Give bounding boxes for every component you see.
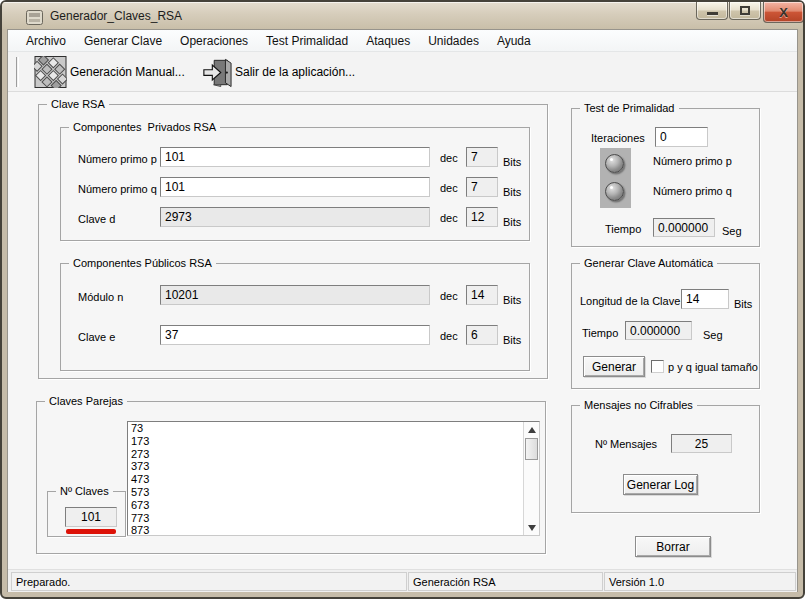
- list-item[interactable]: 773: [128, 512, 523, 525]
- iteraciones-input[interactable]: [655, 127, 708, 147]
- primo-q-bits: 7: [466, 177, 498, 197]
- status-version: Versión 1.0: [604, 572, 796, 591]
- clave-d-bits: 12: [466, 207, 498, 227]
- num-mensajes-label: Nº Mensajes: [595, 438, 657, 450]
- primo-p-bits-unit: Bits: [503, 156, 521, 168]
- primo-p-base: dec: [440, 152, 458, 164]
- num-claves-red-underline: [66, 529, 116, 534]
- scroll-down-button[interactable]: [524, 520, 539, 535]
- list-item[interactable]: 273: [128, 448, 523, 461]
- client-area: Clave RSA Componentes Privados RSA Númer…: [8, 92, 797, 569]
- status-message: Preparado.: [11, 572, 407, 591]
- close-button[interactable]: X: [763, 2, 804, 23]
- minimize-icon: [707, 12, 718, 15]
- iteraciones-label: Iteraciones: [591, 132, 645, 144]
- longitud-label: Longitud de la Clave: [580, 295, 680, 307]
- primo-q-indicator-led: [605, 182, 624, 201]
- list-item[interactable]: 73: [128, 422, 523, 435]
- generacion-manual-label: Generación Manual...: [70, 65, 185, 79]
- list-item[interactable]: 873: [128, 524, 523, 535]
- modulo-n-bits-unit: Bits: [503, 294, 521, 306]
- clave-e-base: dec: [440, 330, 458, 342]
- maximize-icon: [740, 6, 750, 15]
- group-claves-parejas-label: Claves Parejas: [45, 395, 127, 407]
- clave-d-bits-unit: Bits: [503, 216, 521, 228]
- auto-tiempo-unit: Seg: [703, 329, 723, 341]
- menu-bar: Archivo Generar Clave Operaciones Test P…: [8, 30, 797, 52]
- longitud-unit: Bits: [734, 298, 752, 310]
- group-mensajes-label: Mensajes no Cifrables: [580, 399, 697, 411]
- keyboard-icon: [34, 56, 67, 88]
- menu-unidades[interactable]: Unidades: [419, 31, 488, 51]
- longitud-input[interactable]: [681, 289, 729, 309]
- clave-d-value: 2973: [160, 207, 430, 227]
- group-privados-label: Componentes Privados RSA: [69, 121, 220, 133]
- auto-tiempo-label: Tiempo: [582, 327, 618, 339]
- group-test-primalidad-label: Test de Primalidad: [580, 102, 679, 114]
- primo-p-input[interactable]: [160, 147, 430, 167]
- status-bar: Preparado. Generación RSA Versión 1.0: [8, 569, 797, 592]
- list-item[interactable]: 173: [128, 435, 523, 448]
- list-item[interactable]: 673: [128, 499, 523, 512]
- modulo-n-base: dec: [440, 290, 458, 302]
- menu-ayuda[interactable]: Ayuda: [488, 31, 540, 51]
- group-num-claves-label: Nº Claves: [56, 485, 113, 497]
- list-scrollbar[interactable]: [523, 422, 539, 535]
- modulo-n-label: Módulo n: [78, 291, 123, 303]
- scrollbar-thumb[interactable]: [525, 438, 538, 460]
- salir-aplicacion-button[interactable]: Salir de la aplicación...: [198, 54, 359, 90]
- menu-test-primalidad[interactable]: Test Primalidad: [257, 31, 357, 51]
- modulo-n-bits: 14: [466, 285, 498, 305]
- claves-parejas-items: 73 173 273 373 473 573 673 773 873: [128, 422, 523, 535]
- menu-ataques[interactable]: Ataques: [357, 31, 419, 51]
- arrow-up-icon: [528, 427, 536, 433]
- clave-e-bits: 6: [466, 325, 498, 345]
- num-mensajes-value: 25: [671, 434, 732, 453]
- generacion-manual-button[interactable]: Generación Manual...: [30, 54, 189, 90]
- generar-log-button[interactable]: Generar Log: [623, 474, 698, 495]
- pq-igual-label: p y q igual tamaño: [668, 361, 758, 373]
- primo-p-indicator-led: [605, 154, 624, 173]
- maximize-button[interactable]: [729, 2, 761, 20]
- title-bar[interactable]: Generador_Claves_RSA X: [2, 2, 803, 29]
- status-mode: Generación RSA: [408, 572, 603, 591]
- clave-e-label: Clave e: [78, 331, 115, 343]
- num-claves-value: 101: [65, 507, 117, 527]
- clave-e-input[interactable]: [160, 325, 430, 345]
- test-tiempo-unit: Seg: [722, 225, 742, 237]
- indicator-p-label: Número primo p: [653, 155, 732, 167]
- exit-door-icon: [202, 57, 232, 88]
- close-icon: X: [779, 5, 788, 20]
- primo-p-bits: 7: [466, 147, 498, 167]
- test-tiempo-value: 0.000000: [653, 218, 715, 237]
- group-generar-auto-label: Generar Clave Automática: [580, 257, 717, 269]
- primo-q-label: Número primo q: [78, 183, 157, 195]
- menu-operaciones[interactable]: Operaciones: [171, 31, 257, 51]
- scroll-up-button[interactable]: [524, 422, 539, 437]
- list-item[interactable]: 573: [128, 486, 523, 499]
- window-content: Archivo Generar Clave Operaciones Test P…: [7, 29, 798, 592]
- group-publicos: Componentes Públicos RSA: [60, 263, 530, 371]
- menu-archivo[interactable]: Archivo: [17, 31, 75, 51]
- clave-d-base: dec: [440, 212, 458, 224]
- toolbar-gripper[interactable]: [16, 57, 19, 87]
- auto-tiempo-value: 0.000000: [625, 321, 692, 340]
- menu-generar-clave[interactable]: Generar Clave: [75, 31, 171, 51]
- claves-parejas-list[interactable]: 73 173 273 373 473 573 673 773 873: [127, 421, 540, 536]
- clave-d-label: Clave d: [78, 213, 115, 225]
- pq-igual-checkbox[interactable]: [651, 360, 664, 373]
- borrar-button[interactable]: Borrar: [635, 536, 711, 557]
- list-item[interactable]: 473: [128, 473, 523, 486]
- clave-e-bits-unit: Bits: [503, 334, 521, 346]
- indicator-q-label: Número primo q: [653, 185, 732, 197]
- generar-button[interactable]: Generar: [583, 356, 645, 377]
- primo-q-bits-unit: Bits: [503, 186, 521, 198]
- test-tiempo-label: Tiempo: [605, 223, 641, 235]
- modulo-n-value: 10201: [160, 285, 430, 305]
- salir-aplicacion-label: Salir de la aplicación...: [235, 65, 355, 79]
- primo-q-input[interactable]: [160, 177, 430, 197]
- group-mensajes: Mensajes no Cifrables: [571, 405, 760, 513]
- list-item[interactable]: 373: [128, 460, 523, 473]
- minimize-button[interactable]: [696, 2, 728, 20]
- group-clave-rsa-label: Clave RSA: [47, 98, 109, 110]
